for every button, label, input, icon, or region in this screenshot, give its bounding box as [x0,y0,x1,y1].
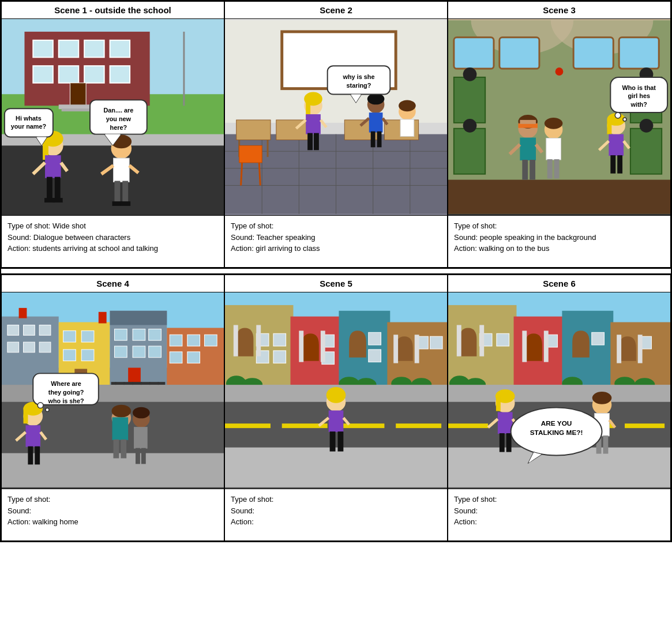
scene5-sound: Sound: [231,505,441,517]
svg-rect-217 [369,332,381,345]
scene2-caption: Type of shot: Sound: Teacher speaking Ac… [225,215,447,267]
svg-point-104 [463,67,477,81]
svg-rect-110 [518,123,538,128]
scene6-sound: Sound: [454,505,665,517]
svg-rect-11 [110,66,130,83]
svg-rect-97 [630,129,662,174]
scene5-cell: Scene 5 [224,275,448,541]
svg-rect-154 [114,329,127,340]
svg-rect-124 [607,120,611,134]
scene4-sound: Sound: [7,505,218,517]
svg-point-186 [112,405,132,418]
svg-rect-276 [500,433,505,452]
svg-text:Where are: Where are [51,380,81,387]
svg-rect-222 [393,335,398,363]
svg-rect-194 [141,448,146,464]
svg-rect-140 [39,325,51,335]
svg-rect-252 [522,331,527,362]
svg-rect-155 [133,329,145,340]
svg-rect-245 [497,333,509,346]
scene1-image: Hi whats your name? Dan.... are you new … [2,19,224,215]
svg-text:ARE YOU: ARE YOU [541,419,572,427]
scene2-sound: Sound: Teacher speaking [231,232,441,243]
svg-text:with?: with? [630,101,647,108]
scene5-caption: Type of shot: Sound: Action: [225,489,447,540]
scene2-action: Action: girl arriving to class [231,243,441,254]
svg-rect-115 [522,160,528,180]
scene5-title: Scene 5 [225,275,447,292]
row-separator [1,268,671,275]
svg-rect-35 [120,201,130,206]
svg-rect-7 [110,40,130,58]
svg-rect-33 [122,181,128,204]
scene6-image: ARE YOU STALKING ME?! [448,292,670,489]
scene2-title: Scene 2 [225,2,447,19]
svg-rect-100 [500,37,539,69]
scene6-cell: Scene 6 [448,275,671,541]
svg-rect-153 [110,311,167,325]
svg-rect-60 [276,120,310,140]
svg-rect-85 [400,119,414,137]
svg-rect-247 [479,325,484,356]
svg-point-279 [592,392,612,404]
svg-rect-233 [396,423,441,428]
svg-rect-149 [81,350,94,361]
svg-rect-159 [149,346,162,358]
svg-point-131 [615,112,621,118]
svg-rect-111 [520,120,536,124]
svg-rect-179 [24,408,28,424]
svg-text:girl hes: girl hes [628,92,650,99]
svg-rect-234 [225,448,447,487]
scene1-action: Action: students arriving at school and … [7,243,218,254]
svg-rect-221 [430,336,442,349]
svg-rect-116 [530,160,535,180]
svg-point-107 [640,119,654,133]
svg-rect-187 [112,417,129,440]
svg-rect-23 [47,177,52,200]
scene4-image: Where are they going? who is she? [2,292,224,489]
svg-text:Dan.... are: Dan.... are [103,107,133,114]
svg-text:why is she: why is she [343,73,375,80]
svg-rect-230 [225,423,271,428]
svg-point-236 [326,387,346,403]
svg-text:you new: you new [106,115,132,122]
svg-rect-255 [592,332,605,345]
svg-rect-183 [28,446,33,465]
svg-rect-128 [610,155,615,174]
scene3-sound: Sound: people speaking in the background [454,232,665,243]
scene2-shot: Type of shot: [231,220,441,232]
svg-rect-10 [84,66,104,83]
svg-rect-26 [52,198,63,202]
svg-rect-172 [170,352,182,363]
svg-rect-32 [114,181,120,204]
svg-rect-78 [369,112,383,133]
svg-point-191 [133,407,150,419]
scene1-sound: Sound: Dialogue between characters [7,232,218,243]
svg-rect-263 [448,385,670,402]
scene5-action: Action: [231,516,441,528]
svg-rect-240 [330,431,336,452]
svg-rect-143 [39,342,51,352]
svg-line-67 [259,163,260,185]
svg-rect-223 [415,335,419,363]
scene2-image: why is she staring? [225,19,447,215]
svg-rect-95 [454,129,485,174]
scene3-cell: Scene 3 [448,1,671,268]
svg-rect-170 [187,335,200,346]
svg-rect-189 [121,440,126,459]
bottom-row: Scene 4 [1,275,671,541]
svg-rect-157 [114,346,127,358]
svg-rect-8 [33,66,53,83]
scene6-title: Scene 6 [448,275,670,292]
svg-rect-206 [273,351,286,363]
scene1-cell: Scene 1 - outside the school [1,1,224,268]
svg-rect-258 [617,335,621,363]
svg-text:Hi whats: Hi whats [16,115,42,122]
scene1-shot: Type of shot: Wide shot [7,220,218,232]
svg-rect-142 [24,342,35,352]
svg-text:here?: here? [110,124,127,131]
svg-rect-215 [321,331,325,362]
svg-rect-112 [520,138,536,160]
svg-rect-237 [329,411,344,433]
svg-rect-125 [609,134,624,156]
